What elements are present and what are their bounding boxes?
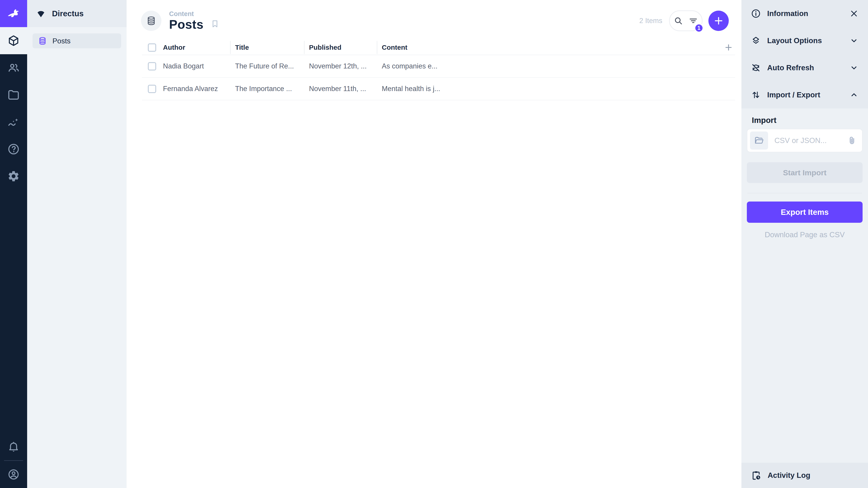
- account-circle-icon: [7, 468, 20, 481]
- start-import-button[interactable]: Start Import: [747, 162, 863, 183]
- column-header-label: Title: [235, 43, 249, 51]
- project-name: Directus: [52, 9, 84, 18]
- import-export-icon: [751, 90, 761, 100]
- close-sidebar-button[interactable]: [849, 9, 859, 18]
- panel-divider: [747, 193, 862, 193]
- export-items-button[interactable]: Export Items: [747, 201, 863, 223]
- bookmark-icon: [210, 19, 220, 29]
- sidebar-section-auto-refresh[interactable]: Auto Refresh: [741, 54, 868, 81]
- expand-toggle[interactable]: [849, 36, 859, 45]
- column-header-label: Published: [309, 43, 341, 51]
- chevron-down-icon: [849, 63, 859, 72]
- chevron-up-icon: [849, 90, 859, 99]
- sidebar-item-posts[interactable]: Posts: [33, 33, 121, 48]
- notifications-button[interactable]: [0, 433, 27, 460]
- activity-log-button[interactable]: Activity Log: [741, 463, 868, 488]
- collection-icon-circle: [141, 11, 161, 31]
- module-item-insights[interactable]: [0, 108, 27, 135]
- module-bar-spacer: [0, 190, 27, 433]
- column-header-content[interactable]: Content: [377, 41, 446, 54]
- module-bar: [0, 0, 27, 488]
- import-export-panel: Import CSV or JSON... Start Import Expor…: [741, 108, 868, 239]
- help-icon: [7, 143, 20, 156]
- title-cell: The Future of Re...: [230, 62, 304, 70]
- column-header-title[interactable]: Title: [230, 41, 304, 54]
- sidebar-item-label: Posts: [53, 37, 70, 45]
- search-icon[interactable]: [674, 16, 683, 26]
- import-heading: Import: [747, 116, 863, 125]
- directus-logo-tile[interactable]: [0, 0, 27, 27]
- add-item-button[interactable]: [708, 11, 729, 31]
- directus-rabbit-logo-icon: [6, 6, 21, 21]
- column-header-author[interactable]: Author: [142, 41, 230, 54]
- bookmark-button[interactable]: [210, 19, 220, 29]
- title-block: Content Posts: [169, 10, 204, 31]
- activity-log-label: Activity Log: [768, 471, 810, 480]
- published-cell: November 12th, ...: [304, 62, 377, 70]
- column-header-published[interactable]: Published: [304, 41, 377, 54]
- author-value: Fernanda Alvarez: [163, 85, 218, 93]
- select-all-checkbox[interactable]: [148, 43, 156, 52]
- download-csv-link[interactable]: Download Page as CSV: [747, 230, 863, 239]
- database-icon: [146, 15, 156, 26]
- activity-log-icon: [751, 470, 761, 481]
- notifications-bell-icon: [7, 441, 20, 453]
- chevron-down-icon: [849, 36, 859, 45]
- insights-icon: [7, 116, 20, 128]
- info-icon: [751, 8, 761, 19]
- sidebar-section-import-export[interactable]: Import / Export: [741, 81, 868, 108]
- layers-icon: [751, 36, 761, 46]
- section-title: Auto Refresh: [767, 64, 843, 72]
- users-icon: [7, 61, 20, 74]
- collapse-toggle[interactable]: [849, 90, 859, 99]
- published-cell: November 11th, ...: [304, 85, 377, 93]
- attach-file-button[interactable]: [847, 136, 857, 145]
- account-button[interactable]: [0, 461, 27, 488]
- database-icon: [38, 36, 47, 45]
- page-title: Posts: [169, 18, 204, 31]
- module-item-settings[interactable]: [0, 163, 27, 190]
- import-file-input[interactable]: CSV or JSON...: [747, 129, 863, 152]
- plus-icon: [724, 43, 733, 52]
- author-cell: Fernanda Alvarez: [142, 85, 230, 93]
- row-checkbox[interactable]: [148, 62, 156, 70]
- column-header-label: Content: [382, 43, 407, 51]
- search-filter-pill[interactable]: 1: [669, 10, 703, 31]
- info-sidebar: Information Layout Options Auto Refresh …: [741, 0, 868, 488]
- close-icon: [849, 9, 859, 18]
- sidebar-section-information[interactable]: Information: [741, 0, 868, 27]
- content-cell: As companies e...: [377, 62, 446, 70]
- project-logo-icon: [36, 8, 46, 19]
- expand-toggle[interactable]: [849, 63, 859, 72]
- table-header-row: Author Title Published Content: [142, 40, 735, 55]
- plus-icon: [713, 15, 724, 26]
- section-title: Information: [767, 9, 843, 18]
- breadcrumb[interactable]: Content: [169, 10, 204, 18]
- row-checkbox[interactable]: [148, 85, 156, 93]
- paperclip-icon: [847, 136, 857, 145]
- main-content: Content Posts 2 Items 1 Author Title: [127, 0, 741, 488]
- module-item-content[interactable]: [0, 27, 27, 54]
- project-bar[interactable]: Directus: [27, 0, 127, 27]
- sidebar-section-layout-options[interactable]: Layout Options: [741, 27, 868, 54]
- page-header: Content Posts 2 Items 1: [127, 0, 741, 31]
- settings-gear-icon: [7, 170, 20, 183]
- module-item-users[interactable]: [0, 54, 27, 81]
- filter-count-badge: 1: [694, 23, 704, 33]
- module-item-files[interactable]: [0, 81, 27, 108]
- author-value: Nadia Bogart: [163, 62, 204, 70]
- content-cell: Mental health is j...: [377, 85, 446, 93]
- column-header-label: Author: [163, 43, 185, 51]
- table-row[interactable]: Fernanda Alvarez The Importance ... Nove…: [142, 78, 735, 100]
- section-title: Import / Export: [767, 91, 843, 99]
- module-item-help[interactable]: [0, 135, 27, 163]
- file-browse-tile[interactable]: [750, 131, 768, 150]
- add-column-button[interactable]: [724, 43, 733, 52]
- section-title: Layout Options: [767, 36, 843, 45]
- title-cell: The Importance ...: [230, 85, 304, 93]
- file-input-placeholder: CSV or JSON...: [774, 136, 847, 145]
- table-row[interactable]: Nadia Bogart The Future of Re... Novembe…: [142, 55, 735, 78]
- items-table: Author Title Published Content Nadia Bog…: [142, 40, 735, 100]
- folder-open-icon: [754, 136, 764, 145]
- sync-disabled-icon: [751, 63, 761, 73]
